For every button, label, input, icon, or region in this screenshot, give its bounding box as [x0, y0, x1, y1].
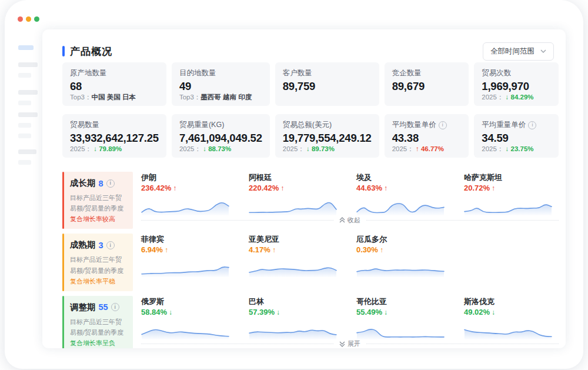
country-name: 阿根廷 [249, 173, 343, 182]
up-arrow-icon: ↑ [492, 184, 495, 192]
stat-label: 竞企数量 [392, 68, 462, 78]
stage-accent-bar [62, 234, 64, 291]
chevron-down-icon [540, 49, 546, 53]
stage-content: 菲律宾6.94%↑亚美尼亚4.17%↑厄瓜多尔0.30%↑ [133, 234, 559, 291]
traffic-light-zoom[interactable] [34, 16, 39, 22]
country-cell[interactable]: 菲律宾6.94%↑ [141, 235, 236, 277]
country-name: 亚美尼亚 [249, 235, 343, 244]
stat-label: 平均数量单价i [392, 120, 462, 130]
trend-sparkline [141, 194, 229, 215]
info-icon: i [528, 121, 536, 129]
stage-count: 3 [99, 241, 103, 250]
stage-title: 成长期 [70, 178, 96, 189]
stat-card: 原产地数量68Top3：中国 美国 日本 [62, 62, 166, 106]
down-arrow-icon: ↓ [93, 145, 97, 152]
up-arrow-icon: ↑ [380, 246, 383, 254]
trend-sparkline [356, 318, 445, 339]
country-cell[interactable]: 巴林57.39%↓ [249, 297, 343, 339]
stat-yoy: 2025： ↓ 79.89% [70, 145, 159, 154]
info-icon: i [439, 121, 447, 129]
sidebar-item-active[interactable] [18, 45, 34, 50]
country-cell[interactable]: 俄罗斯58.84%↓ [141, 297, 236, 339]
expand-link[interactable]: 展开 [333, 339, 366, 348]
info-icon: i [106, 179, 115, 188]
stage-count: 55 [99, 302, 108, 312]
stat-yoy: 2025： ↓ 23.75% [482, 145, 551, 154]
stat-card: 平均数量单价i43.382025： ↑ 46.77% [385, 114, 469, 158]
stage-label: 成熟期 3i目标产品近三年贸易额/贸易量的季度复合增长率平稳 [62, 234, 133, 291]
country-cell[interactable]: 亚美尼亚4.17%↑ [249, 235, 343, 277]
country-name: 菲律宾 [141, 235, 236, 244]
stat-card: 客户数量89,759 [275, 62, 379, 106]
country-growth-rate: 57.39%↓ [249, 308, 343, 317]
sidebar-skeleton-item[interactable] [18, 90, 38, 95]
country-name: 伊朗 [141, 173, 236, 182]
down-arrow-icon: ↓ [506, 145, 509, 152]
stat-value: 68 [70, 80, 159, 93]
stat-label: 贸易数量 [70, 120, 159, 130]
collapse-link[interactable]: 收起 [333, 216, 366, 225]
sidebar-skeleton-item[interactable] [18, 112, 38, 117]
down-arrow-icon: ↓ [492, 308, 495, 316]
up-arrow-icon: ↑ [384, 184, 387, 192]
country-cell[interactable]: 伊朗236.42%↑ [141, 173, 236, 215]
country-growth-rate: 49.02%↓ [464, 308, 559, 317]
country-name: 哈萨克斯坦 [464, 173, 559, 182]
country-cell[interactable]: 埃及44.63%↑ [356, 173, 451, 215]
stats-grid: 原产地数量68Top3：中国 美国 日本目的地数量49Top3：墨西哥 越南 印… [62, 62, 559, 158]
stat-value: 43.38 [392, 132, 462, 145]
sidebar-skeleton-item[interactable] [18, 62, 38, 67]
window-controls [18, 16, 39, 22]
sidebar-skeleton-item[interactable] [18, 123, 31, 128]
country-cell[interactable]: 哈萨克斯坦20.72%↑ [464, 173, 559, 215]
sidebar-skeleton-item[interactable] [18, 134, 31, 138]
country-growth-rate: 58.84%↓ [141, 308, 236, 317]
dotted-divider [141, 220, 333, 221]
stage-title: 调整期 [70, 302, 96, 313]
stat-top3: Top3：墨西哥 越南 印度 [179, 93, 262, 102]
stat-value: 7,461,094,049.52 [179, 132, 262, 145]
country-cell[interactable]: 斯洛伐克49.02%↓ [464, 297, 559, 339]
stat-value: 49 [179, 80, 262, 93]
panel-header: 产品概况 全部时间范围 [62, 42, 559, 60]
stat-card: 目的地数量49Top3：墨西哥 越南 印度 [172, 62, 270, 106]
traffic-light-minimize[interactable] [26, 16, 31, 22]
stage-label: 调整期 55i目标产品近三年贸易额/贸易量的季度复合增长率呈负 [62, 296, 133, 348]
stat-value: 89,679 [392, 80, 462, 93]
stage-description: 目标产品近三年贸易额/贸易量的季度复合增长率呈负 [70, 316, 127, 348]
stage-title: 成熟期 [70, 239, 96, 251]
country-name: 巴林 [249, 297, 343, 306]
trend-sparkline [356, 256, 445, 277]
info-icon: i [106, 241, 115, 249]
main-panel: 产品概况 全部时间范围 原产地数量68Top3：中国 美国 日本目的地数量49T… [42, 29, 566, 348]
stage-section-adjust: 调整期 55i目标产品近三年贸易额/贸易量的季度复合增长率呈负俄罗斯58.84%… [62, 296, 559, 348]
country-cell[interactable]: 阿根廷220.42%↑ [249, 173, 343, 215]
down-arrow-icon: ↓ [306, 145, 310, 152]
country-growth-rate: 55.49%↓ [356, 308, 451, 317]
stage-label: 成长期 8i目标产品近三年贸易额/贸易量的季度复合增长率较高 [62, 172, 133, 229]
stat-value: 34.59 [482, 132, 551, 145]
stat-label: 贸易重量(KG) [179, 120, 262, 130]
sidebar-skeleton-item[interactable] [18, 101, 31, 105]
page-title: 产品概况 [70, 45, 112, 58]
stage-content: 俄罗斯58.84%↓巴林57.39%↓哥伦比亚55.49%↓斯洛伐克49.02%… [133, 296, 559, 348]
sidebar-skeleton-item[interactable] [18, 160, 31, 165]
stat-value: 19,779,554,249.12 [283, 132, 372, 145]
time-range-select[interactable]: 全部时间范围 [483, 42, 554, 61]
country-name: 俄罗斯 [141, 297, 236, 306]
stat-card: 贸易次数1,969,9702025： ↓ 84.29% [474, 62, 559, 106]
stat-yoy: 2025： ↓ 84.29% [482, 93, 551, 102]
country-cell[interactable]: 厄瓜多尔0.30%↑ [356, 235, 451, 277]
dotted-divider [366, 220, 559, 221]
up-arrow-icon: ↑ [280, 184, 284, 192]
up-arrow-icon: ↑ [165, 246, 168, 254]
country-cell[interactable]: 哥伦比亚55.49%↓ [356, 297, 451, 339]
traffic-light-close[interactable] [18, 16, 23, 22]
stat-label: 贸易总额(美元) [283, 120, 372, 130]
sidebar-skeleton-item[interactable] [18, 149, 36, 154]
stat-card: 贸易数量33,932,642,127.252025： ↓ 79.89% [62, 114, 166, 158]
expand-double-chevron-icon [339, 341, 345, 347]
country-name: 厄瓜多尔 [356, 235, 451, 244]
country-growth-rate: 0.30%↑ [356, 245, 451, 255]
sidebar-skeleton-item[interactable] [18, 73, 31, 78]
